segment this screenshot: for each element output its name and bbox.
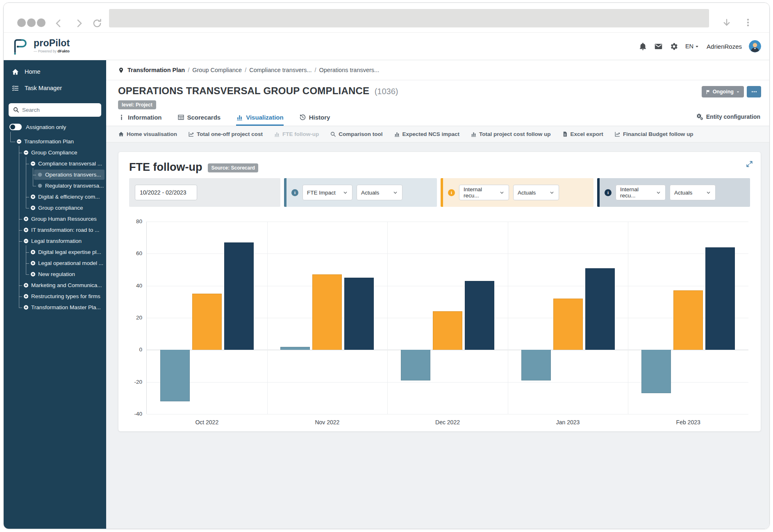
barchart-icon — [471, 131, 477, 137]
tab-list: InformationScorecardsVisualizationHistor… — [118, 111, 330, 126]
tab-information[interactable]: Information — [118, 111, 162, 126]
tree-item-label: Group Compliance — [31, 149, 77, 156]
breadcrumb-row: Transformation Plan /Group Compliance/Co… — [106, 60, 769, 80]
search-input[interactable] — [9, 103, 101, 117]
mode-select[interactable]: Actuals — [357, 185, 402, 200]
mode-select[interactable]: Actuals — [670, 185, 716, 200]
envelope-icon[interactable] — [654, 42, 663, 51]
gridline — [147, 414, 748, 414]
linechart-icon — [614, 131, 621, 137]
tab-history[interactable]: History — [299, 111, 330, 126]
bar-dec-2022-s1[interactable] — [433, 311, 462, 350]
bar-jan-2023-s2[interactable] — [585, 268, 615, 350]
y-axis-tick-label: -40 — [129, 411, 142, 417]
tree-connector-line — [19, 153, 22, 153]
subtab-comparison-tool[interactable]: Comparison tool — [330, 131, 382, 137]
bar-oct-2022-s2[interactable] — [224, 242, 254, 350]
tab-label: Scorecards — [187, 114, 221, 121]
tasks-icon — [11, 84, 19, 92]
window-control-dot[interactable] — [37, 18, 45, 27]
window-control-dot[interactable] — [27, 18, 36, 27]
tree-connector-line — [19, 146, 19, 308]
tree-connector-line — [26, 274, 29, 275]
tab-visualization[interactable]: Visualization — [236, 111, 283, 126]
expand-icon[interactable] — [746, 160, 753, 168]
mode-select-value: Actuals — [361, 190, 379, 196]
browser-window: proPilot — Powered by dFakto EN AdrienRo… — [3, 2, 770, 529]
breadcrumb-part[interactable]: Group Compliance — [192, 67, 242, 73]
tab-scorecards[interactable]: Scorecards — [177, 111, 221, 126]
metric-select[interactable]: FTE Impact — [302, 185, 352, 200]
tree-item-label: Digital & efficiency com... — [38, 194, 100, 200]
bar-nov-2022-s0[interactable] — [280, 347, 310, 350]
subtab-expected-ncs-impact[interactable]: Expected NCS impact — [394, 131, 460, 137]
gear-icon[interactable] — [670, 42, 678, 51]
header-actions: EN AdrienRozes — [639, 33, 761, 60]
tree-item-label: Restructuring types for firms — [31, 293, 100, 299]
ellipsis-icon — [751, 88, 757, 95]
plus-icon — [30, 272, 36, 277]
sidebar: HomeTask Manager Assignation only Transf… — [4, 60, 106, 529]
subtab-fte-follow-up[interactable]: FTE follow-up — [274, 131, 319, 137]
username[interactable]: AdrienRozes — [707, 43, 742, 50]
subtab-home-visualisation[interactable]: Home visualisation — [118, 131, 177, 137]
language-label: EN — [685, 43, 693, 50]
avatar[interactable] — [749, 40, 761, 52]
plus-icon — [23, 227, 29, 233]
breadcrumb-part[interactable]: Compliance transvers... — [249, 67, 311, 73]
flag-icon — [705, 89, 711, 95]
assignation-toggle[interactable] — [9, 124, 22, 130]
url-bar[interactable] — [109, 9, 709, 27]
sidebar-item-task-manager[interactable]: Task Manager — [4, 80, 106, 96]
more-actions-button[interactable] — [747, 86, 761, 97]
breadcrumb-root[interactable]: Transformation Plan — [127, 67, 185, 73]
sidebar-item-home[interactable]: Home — [4, 63, 106, 80]
tree-item-label: Group compliance — [38, 205, 83, 211]
bar-feb-2023-s1[interactable] — [673, 290, 703, 350]
forward-button[interactable] — [74, 18, 84, 28]
entity-tree: Transformation PlanGroup ComplianceCompl… — [4, 136, 106, 313]
bar-dec-2022-s0[interactable] — [401, 350, 430, 380]
bar-oct-2022-s1[interactable] — [192, 294, 222, 350]
card-title: FTE follow-up — [129, 161, 202, 174]
language-selector[interactable]: EN — [685, 43, 700, 50]
window-control-dot[interactable] — [17, 18, 26, 27]
bar-jan-2023-s0[interactable] — [521, 350, 551, 380]
minus-icon — [16, 139, 22, 144]
bell-icon[interactable] — [639, 42, 647, 51]
subtab-excel-export[interactable]: Excel export — [562, 131, 603, 137]
bar-feb-2023-s2[interactable] — [705, 247, 735, 350]
x-axis-category-label: Oct 2022 — [195, 419, 218, 426]
subtab-total-one-off-project-cost[interactable]: Total one-off project cost — [188, 131, 263, 137]
gears-icon — [696, 113, 703, 120]
entity-configuration-button[interactable]: Entity configuration — [696, 113, 760, 120]
gridline — [147, 222, 748, 222]
bar-oct-2022-s0[interactable] — [160, 350, 190, 401]
refresh-icon[interactable] — [92, 18, 102, 29]
bar-nov-2022-s1[interactable] — [312, 274, 342, 350]
date-range-input[interactable] — [135, 185, 197, 200]
entity-configuration-label: Entity configuration — [706, 113, 760, 120]
back-button[interactable] — [54, 18, 64, 28]
browser-menu-icon[interactable] — [743, 18, 753, 27]
breadcrumb-part[interactable]: Operations transvers... — [319, 67, 380, 73]
chevron-down-icon — [393, 190, 398, 195]
status-button[interactable]: Ongoing — [702, 86, 744, 97]
bar-jan-2023-s1[interactable] — [553, 299, 583, 350]
subtab-total-project-cost-follow-up[interactable]: Total project cost follow up — [471, 131, 551, 137]
brand[interactable]: proPilot — Powered by dFakto — [11, 36, 70, 55]
metric-select-value: FTE Impact — [307, 190, 336, 196]
bar-feb-2023-s0[interactable] — [641, 350, 671, 393]
bar-nov-2022-s2[interactable] — [344, 278, 374, 350]
download-icon[interactable] — [722, 18, 732, 28]
subtab-financial-budget-follow-up[interactable]: Financial Budget follow up — [614, 131, 693, 137]
subtab-label: Expected NCS impact — [402, 131, 460, 137]
mode-select[interactable]: Actuals — [513, 185, 559, 200]
chart-area: Oct 2022Nov 2022Dec 2022Jan 2023Feb 2023… — [129, 222, 750, 433]
bar-dec-2022-s2[interactable] — [465, 281, 494, 350]
tree-connector-line — [26, 197, 29, 197]
tree-item-label: Transformation Master Pla... — [31, 304, 101, 310]
metric-select[interactable]: Internal recu... — [616, 185, 666, 200]
source-badge: Source: Scorecard — [208, 163, 258, 172]
metric-select[interactable]: Internal recu... — [459, 185, 509, 200]
